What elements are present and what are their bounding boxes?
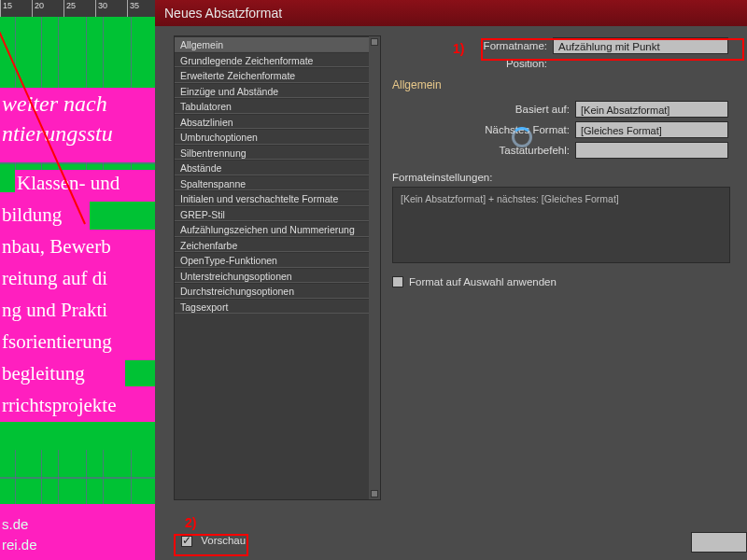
formateinstellungen-value: [Kein Absatzformat] + nächstes: [Gleiche… [401, 193, 619, 204]
doc-text-line: bildung [2, 203, 62, 227]
apply-to-selection-label: Format auf Auswahl anwenden [409, 276, 557, 287]
ruler-tick-label: 25 [66, 1, 76, 10]
naechstes-format-label: Nächstes Format: [392, 124, 575, 135]
category-item[interactable]: Tagsexport [175, 299, 369, 315]
category-item[interactable]: Einzüge und Abstände [175, 83, 369, 99]
position-label: Position: [392, 58, 553, 69]
category-item[interactable]: Grundlegende Zeichenformate [175, 52, 369, 68]
category-scrollbar[interactable] [369, 36, 380, 499]
category-item[interactable]: Allgemein [175, 36, 369, 52]
doc-url-line: rei.de [2, 537, 37, 553]
doc-text-line: fsorientierung [2, 330, 112, 354]
formateinstellungen-label: Formateinstellungen: [392, 172, 747, 183]
vorschau-checkbox[interactable] [181, 536, 192, 547]
category-item[interactable]: Tabulatoren [175, 98, 369, 114]
basiert-auf-select[interactable]: [Kein Absatzformat] [575, 101, 728, 118]
category-item[interactable]: Absatzlinien [175, 114, 369, 130]
category-item[interactable]: Zeichenfarbe [175, 237, 369, 253]
formateinstellungen-box: [Kein Absatzformat] + nächstes: [Gleiche… [392, 187, 730, 263]
paragraph-style-dialog: Neues Absatzformat AllgemeinGrundlegende… [155, 0, 747, 560]
basiert-auf-label: Basiert auf: [392, 104, 575, 115]
document-background: 15 20 25 30 35 weiter nach ntierungsstu … [0, 0, 155, 560]
ruler-tick-label: 15 [3, 1, 12, 10]
naechstes-format-select[interactable]: [Gleiches Format] [575, 121, 728, 138]
doc-text-line: nbau, Bewerb [2, 235, 111, 259]
scroll-up-icon[interactable] [371, 38, 378, 46]
category-item[interactable]: Spaltenspanne [175, 175, 369, 191]
doc-text-line: reitung auf di [2, 267, 107, 290]
vorschau-row: Vorschau [181, 535, 246, 547]
category-item[interactable]: Abstände [175, 160, 369, 175]
vorschau-label: Vorschau [201, 535, 246, 546]
dialog-title: Neues Absatzformat [164, 6, 282, 21]
doc-text-line: rrichtsprojekte [2, 394, 116, 417]
ruler-tick-label: 20 [35, 1, 44, 10]
tastatur-input[interactable] [575, 142, 728, 159]
category-item[interactable]: Umbruchoptionen [175, 129, 369, 145]
category-item[interactable]: Initialen und verschachtelte Formate [175, 190, 369, 206]
category-item[interactable]: Durchstreichungsoptionen [175, 283, 369, 299]
category-item[interactable]: OpenType-Funktionen [175, 252, 369, 268]
section-heading-allgemein: Allgemein [392, 78, 747, 91]
doc-text-line: begleitung [2, 362, 85, 385]
ruler-tick-label: 35 [130, 1, 139, 10]
scroll-down-icon[interactable] [371, 490, 378, 497]
category-item[interactable]: GREP-Stil [175, 206, 369, 222]
category-item[interactable]: Aufzählungszeichen und Nummerierung [175, 221, 369, 237]
ok-button[interactable] [691, 532, 747, 553]
ruler-tick-label: 30 [98, 1, 107, 10]
horizontal-ruler: 15 20 25 30 35 [0, 0, 155, 17]
category-item[interactable]: Erweiterte Zeichenformate [175, 67, 369, 83]
doc-text-line: ntierungsstu [2, 121, 113, 147]
category-list: AllgemeinGrundlegende ZeichenformateErwe… [174, 35, 381, 500]
apply-to-selection-checkbox[interactable] [392, 276, 403, 287]
formatname-label: Formatname: [392, 40, 553, 51]
category-item[interactable]: Silbentrennung [175, 145, 369, 161]
doc-text-line: weiter nach [2, 91, 107, 117]
doc-text-line: Klassen- und [17, 172, 120, 195]
formatname-input[interactable]: Aufzählung mit Punkt [553, 37, 728, 54]
tastatur-label: Tastaturbefehl: [392, 145, 575, 156]
category-item[interactable]: Unterstreichungsoptionen [175, 268, 369, 284]
doc-url-line: s.de [2, 516, 28, 532]
dialog-titlebar[interactable]: Neues Absatzformat [155, 0, 747, 26]
doc-text-line: ng und Prakti [2, 299, 107, 322]
